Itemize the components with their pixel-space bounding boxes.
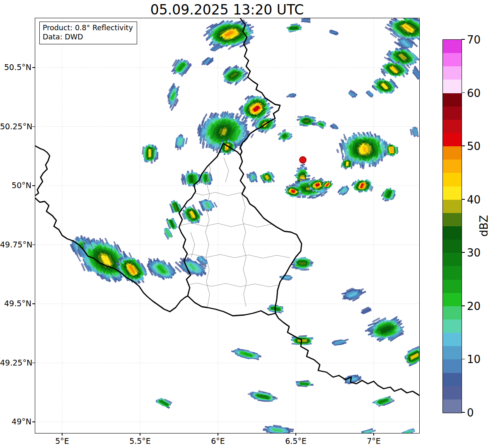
colorbar-tick-label: 10 xyxy=(467,354,481,365)
colorbar-segment xyxy=(443,40,462,53)
colorbar-tick-label: 50 xyxy=(467,141,481,152)
colorbar-tick-label: 60 xyxy=(467,88,481,99)
y-tick-label: 49°N xyxy=(0,417,31,426)
y-tickmark xyxy=(32,67,35,68)
colorbar-segment xyxy=(443,80,462,93)
data-source-label: Data: DWD xyxy=(43,32,133,41)
colorbar-segment xyxy=(443,200,462,213)
x-tickmark xyxy=(295,433,296,436)
colorbar-tick-label: 0 xyxy=(467,407,474,418)
colorbar-segment xyxy=(443,146,462,160)
colorbar-segment xyxy=(443,240,462,253)
colorbar-tickmark xyxy=(462,145,465,146)
colorbar-segment xyxy=(443,226,462,240)
colorbar-segment xyxy=(443,66,462,80)
colorbar-segment xyxy=(443,359,462,373)
y-tickmark xyxy=(32,185,35,186)
y-tick-label: 49.75°N xyxy=(0,240,31,249)
x-tick-label: 6.5°E xyxy=(285,436,307,446)
colorbar-segment xyxy=(443,280,462,293)
x-tick-label: 7°E xyxy=(367,436,381,446)
product-annotation-box: Product: 0.8° Reflectivity Data: DWD xyxy=(39,22,137,44)
colorbar-tickmark xyxy=(462,359,465,360)
colorbar-segment xyxy=(443,400,462,413)
x-tick-label: 6°E xyxy=(211,436,225,446)
colorbar-tickmark xyxy=(462,252,465,253)
colorbar-axis-label: dBZ xyxy=(478,215,490,237)
page-title: 05.09.2025 13:20 UTC xyxy=(150,2,304,18)
radar-map-canvas xyxy=(35,18,419,433)
colorbar-segment xyxy=(443,107,462,120)
colorbar-segment xyxy=(443,120,462,133)
colorbar-tick-label: 70 xyxy=(467,34,481,45)
y-tickmark xyxy=(32,303,35,304)
colorbar-segment xyxy=(443,373,462,386)
y-tickmark xyxy=(32,126,35,127)
colorbar-segment xyxy=(443,213,462,226)
colorbar-segment xyxy=(443,93,462,107)
x-tickmark xyxy=(140,433,140,436)
colorbar-segment xyxy=(443,306,462,320)
colorbar-segment xyxy=(443,346,462,359)
colorbar-tick-label: 40 xyxy=(467,194,481,205)
y-tick-label: 49.5°N xyxy=(0,299,31,308)
colorbar-segment xyxy=(443,160,462,173)
x-tickmark xyxy=(218,433,218,436)
colorbar-segment xyxy=(443,386,462,400)
colorbar-tickmark xyxy=(462,92,465,93)
colorbar-segment xyxy=(443,293,462,306)
radar-figure: 05.09.2025 13:20 UTC Product: 0.8° Refle… xyxy=(0,0,498,448)
colorbar-tick-label: 20 xyxy=(467,301,481,312)
colorbar-tickmark xyxy=(462,199,465,200)
colorbar-segment xyxy=(443,186,462,200)
colorbar-segment xyxy=(443,133,462,146)
y-tick-label: 50°N xyxy=(0,181,31,190)
colorbar-segment xyxy=(443,320,462,333)
y-tick-label: 50.25°N xyxy=(0,122,31,131)
colorbar-segment xyxy=(443,173,462,186)
product-label: Product: 0.8° Reflectivity xyxy=(43,23,133,32)
colorbar-segment xyxy=(443,53,462,66)
colorbar-tickmark xyxy=(462,305,465,306)
y-tickmark xyxy=(32,363,35,363)
x-tickmark xyxy=(62,433,63,436)
colorbar-segment xyxy=(443,253,462,266)
y-tick-label: 50.5°N xyxy=(0,63,31,72)
x-tick-label: 5°E xyxy=(55,436,69,446)
colorbar-tickmark xyxy=(462,412,465,413)
y-tickmark xyxy=(32,421,35,422)
colorbar-segment xyxy=(443,333,462,346)
colorbar-tickmark xyxy=(462,39,465,40)
colorbar-tick-label: 30 xyxy=(467,247,481,258)
y-tick-label: 49.25°N xyxy=(0,358,31,367)
reflectivity-colorbar xyxy=(442,39,462,413)
x-tick-label: 5.5°E xyxy=(129,436,151,446)
y-tickmark xyxy=(32,245,35,245)
colorbar-segment xyxy=(443,266,462,279)
x-tickmark xyxy=(373,433,374,436)
